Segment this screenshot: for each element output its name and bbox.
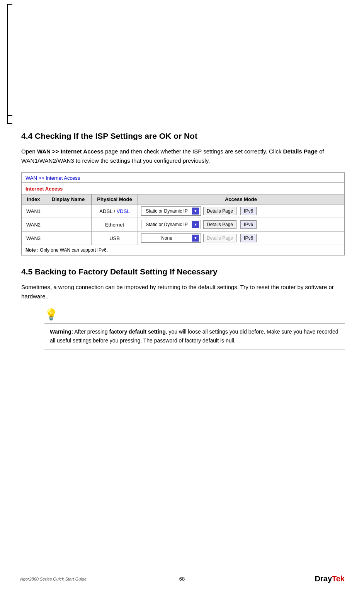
wan2-access-mode-cell: Static or Dynamic IP Details Page IPv6 xyxy=(138,218,344,232)
page: 4.4 Checking If the ISP Settings are OK … xyxy=(0,0,364,591)
section-44-body: Open WAN >> Internet Access page and the… xyxy=(21,147,345,165)
wan1-physical-mode: ADSL / VDSL xyxy=(92,204,138,218)
wan2-access-mode-value: Static or Dynamic IP xyxy=(143,222,191,227)
wan2-dropdown-arrow-icon[interactable] xyxy=(192,221,199,228)
wan1-access-mode-value: Static or Dynamic IP xyxy=(143,208,191,214)
footer-series-text: Vigor2860 Series Quick Start Guide xyxy=(19,577,87,581)
wan-note-bold: Note : xyxy=(26,247,39,253)
table-row: WAN1 ADSL / VDSL Static or Dynamic IP xyxy=(22,204,344,218)
page-footer: Vigor2860 Series Quick Start Guide 68 Dr… xyxy=(0,574,364,583)
wan2-access-mode-select[interactable]: Static or Dynamic IP xyxy=(141,220,201,229)
wan2-index: WAN2 xyxy=(22,218,45,232)
wan-note: Note : Only one WAN can support IPv6. xyxy=(22,245,344,255)
section-45-body: Sometimes, a wrong connection can be imp… xyxy=(21,283,345,301)
content-area: 4.4 Checking If the ISP Settings are OK … xyxy=(0,0,364,373)
col-header-display: Display Name xyxy=(45,194,92,204)
wan1-physical-text-vdsl: VDSL xyxy=(117,208,130,214)
wan-note-text: Only one WAN can support IPv6. xyxy=(40,247,108,253)
wan1-index: WAN1 xyxy=(22,204,45,218)
section-45-title: 4.5 Backing to Factory Default Setting I… xyxy=(21,267,345,276)
section-44-text-mid: page and then check whether the ISP sett… xyxy=(104,148,283,155)
wan2-ipv6-button[interactable]: IPv6 xyxy=(240,220,257,229)
wan3-display-name xyxy=(45,232,92,245)
wan2-details-button[interactable]: Details Page xyxy=(203,220,236,229)
wan-internet-access-box: WAN >> Internet Access Internet Access I… xyxy=(21,172,345,255)
wan3-access-mode-cell: None Details Page IPv6 xyxy=(138,232,344,245)
wan1-ipv6-button[interactable]: IPv6 xyxy=(240,207,257,215)
left-border-bottom xyxy=(7,116,12,124)
footer-page-number: 68 xyxy=(179,576,185,582)
access-table: Index Display Name Physical Mode Access … xyxy=(22,194,344,245)
internet-access-label: Internet Access xyxy=(22,183,344,194)
wan1-details-button[interactable]: Details Page xyxy=(203,207,236,215)
section-44-text-before: Open xyxy=(21,148,37,155)
footer-brand-dray: Dray xyxy=(315,574,332,583)
section-44-bold2: Details Page xyxy=(283,148,318,155)
wan3-physical-mode: USB xyxy=(92,232,138,245)
section-44-bold1: WAN >> Internet Access xyxy=(37,148,104,155)
left-border-decoration xyxy=(7,4,12,116)
warning-label: Warning: xyxy=(50,329,73,335)
wan1-access-mode-select[interactable]: Static or Dynamic IP xyxy=(141,206,201,216)
footer-brand-tek: Tek xyxy=(332,574,345,583)
wan3-dropdown-arrow-icon[interactable] xyxy=(192,235,199,242)
wan3-access-mode-value: None xyxy=(143,235,191,241)
lightbulb-icon: 💡 xyxy=(44,308,345,321)
col-header-access: Access Mode xyxy=(138,194,344,204)
warning-text-before: After pressing xyxy=(74,329,109,335)
warning-bold: factory default setting xyxy=(109,329,166,335)
section-44-title: 4.4 Checking If the ISP Settings are OK … xyxy=(21,131,345,141)
wan1-dropdown-arrow-icon[interactable] xyxy=(192,208,199,215)
col-header-physical: Physical Mode xyxy=(92,194,138,204)
wan1-physical-text-adsl: ADSL / xyxy=(99,208,116,214)
footer-brand: DrayTek xyxy=(315,574,345,583)
wan2-display-name xyxy=(45,218,92,232)
table-row: WAN3 USB None Details Page IPv6 xyxy=(22,232,344,245)
wan-box-header: WAN >> Internet Access xyxy=(22,173,344,183)
wan3-details-button[interactable]: Details Page xyxy=(203,234,236,242)
wan2-physical-mode: Ethernet xyxy=(92,218,138,232)
col-header-index: Index xyxy=(22,194,45,204)
wan3-index: WAN3 xyxy=(22,232,45,245)
wan1-display-name xyxy=(45,204,92,218)
wan1-access-mode-cell: Static or Dynamic IP Details Page IPv6 xyxy=(138,204,344,218)
wan3-access-mode-select[interactable]: None xyxy=(141,233,201,243)
wan3-ipv6-button[interactable]: IPv6 xyxy=(240,234,257,242)
table-row: WAN2 Ethernet Static or Dynamic IP Detai… xyxy=(22,218,344,232)
warning-box: Warning: After pressing factory default … xyxy=(44,323,345,349)
